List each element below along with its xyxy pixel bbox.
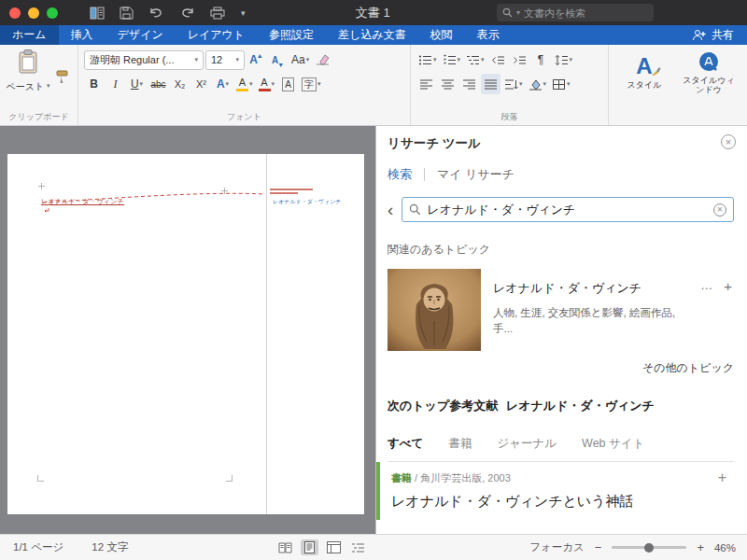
change-case-button[interactable]: Aa▾	[289, 49, 311, 70]
topic-card[interactable]: レオナルド・ダ・ヴィンチ 人物, 生涯, 交友関係と影響, 絵画作品, 手...…	[388, 269, 734, 351]
sort-button[interactable]: ▾	[502, 74, 525, 94]
align-left-button[interactable]	[416, 74, 436, 94]
research-search-input[interactable]	[427, 203, 708, 217]
tab-mailings[interactable]: 差し込み文書	[326, 25, 418, 45]
tab-references[interactable]: 参照設定	[257, 25, 326, 45]
research-search-box[interactable]: ×	[402, 197, 734, 222]
result-add-icon[interactable]: +	[718, 469, 726, 486]
web-layout-icon[interactable]	[325, 539, 343, 555]
share-person-icon	[692, 29, 707, 41]
word-count[interactable]: 12 文字	[92, 540, 128, 554]
shrink-font-button[interactable]: A▼	[268, 49, 288, 70]
bold-button[interactable]: B	[84, 74, 104, 94]
format-painter-icon	[55, 70, 69, 84]
close-window-button[interactable]	[9, 7, 21, 19]
save-icon[interactable]	[120, 7, 134, 20]
undo-icon[interactable]	[148, 7, 164, 20]
paste-button[interactable]: ペースト ▾	[6, 49, 50, 93]
strikethrough-button[interactable]: abc	[148, 74, 168, 94]
word-window: ▾ 文書 1 ▾ ホーム 挿入 デザイン レイアウト 参照設定 差し込み文書 校…	[0, 0, 747, 560]
minimize-window-button[interactable]	[28, 7, 39, 19]
print-icon[interactable]	[210, 7, 225, 20]
justify-button[interactable]	[481, 74, 500, 94]
zoom-out-icon[interactable]: −	[595, 540, 602, 554]
superscript-button[interactable]: X²	[191, 74, 211, 94]
line-spacing-button[interactable]: ▾	[553, 49, 575, 70]
enclose-characters-button[interactable]: 字▾	[300, 74, 323, 94]
other-topics-link[interactable]: その他のトピック	[388, 360, 734, 376]
font-size-combo[interactable]: 12 ▾	[205, 50, 245, 70]
underline-button[interactable]: U▾	[127, 74, 147, 94]
document-search-field[interactable]: ▾	[497, 4, 654, 21]
back-button[interactable]: ‹	[388, 201, 393, 218]
tab-design[interactable]: デザイン	[106, 25, 176, 45]
tab-search[interactable]: 検索	[388, 166, 412, 183]
topic-more-icon[interactable]: …	[700, 278, 712, 294]
clear-formatting-button[interactable]	[313, 49, 332, 70]
increase-indent-button[interactable]	[510, 49, 529, 70]
italic-button[interactable]: I	[106, 74, 125, 94]
topic-add-icon[interactable]: +	[724, 278, 732, 294]
decrease-indent-button[interactable]	[488, 49, 508, 70]
align-center-button[interactable]	[438, 74, 458, 94]
result-card[interactable]: 書籍 / 角川学芸出版, 2003 レオナルド・ダ・ヴィンチという神話 +	[376, 462, 734, 520]
citation-field-text[interactable]: レオナルド・ダ・ヴィンチ	[273, 198, 341, 206]
outline-view-icon[interactable]	[349, 539, 367, 555]
focus-mode-button[interactable]: フォーカス	[529, 540, 585, 554]
zoom-slider-thumb[interactable]	[644, 543, 654, 553]
filter-journals[interactable]: ジャーナル	[497, 436, 557, 452]
paragraph-marks-button[interactable]: ¶	[531, 49, 551, 70]
font-name-combo[interactable]: 游明朝 Regular (... ▾	[84, 50, 204, 70]
tab-divider	[424, 168, 425, 181]
clear-search-icon[interactable]: ×	[713, 203, 726, 217]
document-page[interactable]: レオナルド・ダ・ヴィンチ レオナルド・ダ・ヴィンチ	[7, 154, 364, 514]
zoom-percent[interactable]: 46%	[714, 542, 736, 553]
zoom-in-icon[interactable]: +	[697, 540, 704, 554]
toolbar-options-icon[interactable]: ▾	[241, 8, 246, 18]
tab-my-research[interactable]: マイ リサーチ	[437, 166, 514, 183]
styles-button[interactable]: A スタイル	[618, 54, 670, 90]
style-window-button[interactable]: スタイルウィンドウ	[680, 49, 738, 95]
close-pane-icon[interactable]: ×	[721, 134, 736, 149]
borders-button[interactable]: ▾	[550, 74, 572, 94]
page-indicator[interactable]: 1/1 ページ	[13, 540, 63, 554]
reading-view-icon[interactable]	[276, 539, 294, 555]
paste-dropdown-icon[interactable]: ▾	[47, 82, 50, 90]
tab-review[interactable]: 校閲	[418, 25, 465, 45]
print-layout-icon[interactable]	[301, 539, 318, 555]
character-border-button[interactable]: A	[278, 74, 298, 94]
bullet-list-button[interactable]: ▾	[416, 49, 439, 70]
zoom-window-button[interactable]	[47, 7, 58, 19]
multilevel-list-button[interactable]: ▾	[464, 49, 486, 70]
zoom-slider[interactable]	[612, 546, 686, 549]
result-source: 角川学芸出版, 2003	[420, 472, 511, 483]
subscript-button[interactable]: X₂	[170, 74, 190, 94]
redo-icon[interactable]	[179, 7, 195, 20]
tab-home[interactable]: ホーム	[0, 25, 59, 45]
highlight-button[interactable]: A ▾	[234, 74, 255, 94]
search-input[interactable]	[524, 7, 648, 19]
filter-books[interactable]: 書籍	[448, 436, 472, 452]
topic-title[interactable]: レオナルド・ダ・ヴィンチ	[493, 280, 693, 297]
tab-layout[interactable]: レイアウト	[176, 25, 257, 45]
tab-insert[interactable]: 挿入	[59, 25, 106, 45]
share-button[interactable]: 共有	[679, 25, 747, 45]
main-area: レオナルド・ダ・ヴィンチ レオナルド・ダ・ヴィンチ リサーチ ツール × 検索 …	[0, 126, 747, 534]
top-references-prefix: 次のトップ参考文献	[388, 399, 498, 413]
tab-view[interactable]: 表示	[465, 25, 512, 45]
pane-tabs: 検索 マイ リサーチ	[388, 166, 734, 183]
grow-font-button[interactable]: A▲	[247, 49, 266, 70]
text-effects-button[interactable]: A▾	[213, 74, 233, 94]
shading-button[interactable]: ▾	[527, 74, 549, 94]
numbered-list-button[interactable]: ▾	[441, 49, 463, 70]
filter-websites[interactable]: Web サイト	[582, 436, 644, 452]
search-scope-chevron-icon[interactable]: ▾	[516, 8, 520, 17]
font-color-button[interactable]: A ▾	[257, 74, 277, 94]
format-painter-button[interactable]	[52, 66, 72, 87]
filter-all[interactable]: すべて	[388, 436, 423, 452]
template-gallery-icon[interactable]	[90, 7, 105, 20]
result-title[interactable]: レオナルド・ダ・ヴィンチという神話	[391, 493, 697, 511]
align-right-button[interactable]	[459, 74, 479, 94]
search-icon	[409, 203, 421, 216]
paragraph-group: ▾ ▾ ▾ ¶ ▾ ▾ ▾ ▾ 段落	[411, 45, 609, 125]
